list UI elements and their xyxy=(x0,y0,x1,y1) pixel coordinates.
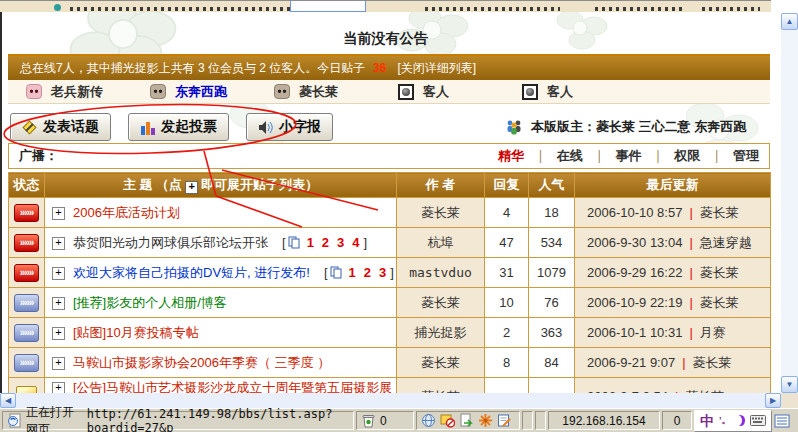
topic-title-cell: 马鞍山市摄影家协会2006年季赛（ 三季度 ） xyxy=(45,348,397,378)
topic-title-link[interactable]: [贴图]10月赛投稿专帖 xyxy=(73,325,199,340)
last-poster-link[interactable]: 急速穿越 xyxy=(700,235,752,250)
ime-language-bar[interactable]: 中 ’。 xyxy=(694,410,772,432)
globe-icon[interactable] xyxy=(421,413,436,428)
today-posts-count: 36 xyxy=(373,61,386,75)
online-user-name[interactable]: 老兵新传 xyxy=(51,83,103,101)
scroll-down-button[interactable]: ▼ xyxy=(781,376,798,393)
ime-logo-icon[interactable]: 中 xyxy=(700,414,714,428)
topic-title-link[interactable]: 2006年底活动计划 xyxy=(73,205,180,220)
nav-link-2[interactable]: 在线 xyxy=(557,147,583,165)
topic-author[interactable]: 杭埠 xyxy=(397,228,485,258)
topic-views: 363 xyxy=(529,318,575,348)
topic-update-cell: 2006-10-9 22:19菱长莱 xyxy=(575,288,771,318)
topic-row: [贴图]10月赛投稿专帖 捕光捉影 2 363 2006-10-1 10:31月… xyxy=(9,318,771,348)
topic-row: 恭贺阳光动力网球俱乐部论坛开张1234 杭埠 47 534 2006-9-30 … xyxy=(9,228,771,258)
topic-title-link[interactable]: 马鞍山市摄影家协会2006年季赛（ 三季度 ） xyxy=(73,355,330,370)
post-topic-button[interactable]: 发表话题 xyxy=(10,113,111,141)
page-forward-icon[interactable] xyxy=(459,413,474,428)
nav-link-1[interactable]: 精华 xyxy=(498,147,524,165)
online-user: 东奔西跑 xyxy=(150,83,274,101)
page-number-link[interactable]: 3 xyxy=(379,265,386,280)
topic-update-date: 2006-9-29 16:22 xyxy=(587,265,682,280)
start-vote-button[interactable]: 发起投票 xyxy=(128,113,229,141)
expand-topic-icon[interactable] xyxy=(52,357,65,370)
topic-update-cell: 2006-9-29 16:22菱长莱 xyxy=(575,258,771,288)
topic-title-link[interactable]: 欢迎大家将自己拍摄的DV短片, 进行发布! xyxy=(73,265,310,280)
scroll-right-button[interactable]: ▶ xyxy=(765,393,781,408)
header-title-prefix: 主 题 （点 xyxy=(123,177,182,192)
start-vote-label: 发起投票 xyxy=(161,118,217,136)
bar-chart-icon xyxy=(140,120,155,135)
scroll-left-button[interactable]: ◀ xyxy=(0,393,16,408)
keyboard-icon[interactable] xyxy=(750,415,766,426)
topic-update-date: 2006-10-9 22:19 xyxy=(587,295,682,310)
topic-status-cell xyxy=(9,288,45,318)
trash-bucket-icon[interactable] xyxy=(361,413,376,428)
topic-title-cell: 恭贺阳光动力网球俱乐部论坛开张1234 xyxy=(45,228,397,258)
online-user-name[interactable]: 菱长莱 xyxy=(299,83,338,101)
topic-title-link[interactable]: [推荐]影友的个人相册/博客 xyxy=(73,295,227,310)
expand-topic-icon[interactable] xyxy=(52,327,65,340)
edit-page-icon[interactable] xyxy=(497,413,512,428)
last-poster-link[interactable]: 菱长莱 xyxy=(700,265,739,280)
moderator-names[interactable]: 菱长莱 三心二意 东奔西跑 xyxy=(596,118,746,136)
topic-views: 18 xyxy=(529,198,575,228)
topic-author[interactable]: 菱长莱 xyxy=(397,288,485,318)
nav-link-3[interactable]: 事件 xyxy=(616,147,642,165)
guest-camera-icon xyxy=(522,84,538,100)
topic-author[interactable]: 菱长莱 xyxy=(397,198,485,228)
last-poster-link[interactable]: 菱长莱 xyxy=(693,355,732,370)
star-burst-icon[interactable] xyxy=(478,413,493,428)
ime-punctuation-icon[interactable]: ’。 xyxy=(719,414,731,427)
expand-topic-icon[interactable] xyxy=(52,297,65,310)
expand-topic-icon[interactable] xyxy=(52,237,65,250)
nav-link-4[interactable]: 权限 xyxy=(674,147,700,165)
trash-count: 0 xyxy=(380,414,387,428)
ime-fullwidth-moon-icon[interactable] xyxy=(736,415,745,426)
online-user-name[interactable]: 东奔西跑 xyxy=(175,83,227,101)
online-user-list: 老兵新传 东奔西跑 菱长莱 客人 客人 xyxy=(8,80,770,104)
popup-blocked-icon[interactable] xyxy=(440,413,455,428)
expand-topic-icon[interactable] xyxy=(52,207,65,220)
expand-box-icon xyxy=(185,181,198,194)
update-separator xyxy=(689,235,692,250)
topic-replies: 31 xyxy=(485,258,529,288)
online-stats-box: 总在线7人，其中捕光捉影上共有 3 位会员与 2 位客人。今日贴子 36 [关闭… xyxy=(8,54,770,104)
topic-replies: 8 xyxy=(485,348,529,378)
topic-status-cell xyxy=(9,348,45,378)
page-number-link[interactable]: 1 xyxy=(307,235,314,250)
pencil-diamond-icon xyxy=(22,120,37,135)
toolbar-menu-icon[interactable] xyxy=(774,414,790,428)
update-separator xyxy=(682,355,685,370)
last-poster-link[interactable]: 菱长莱 xyxy=(700,205,739,220)
online-user: 菱长莱 xyxy=(274,83,398,101)
topic-title-link[interactable]: 恭贺阳光动力网球俱乐部论坛开张 xyxy=(73,235,268,250)
page-number-link[interactable]: 2 xyxy=(322,235,329,250)
online-summary: 总在线7人，其中捕光捉影上共有 3 位会员与 2 位客人。今日贴子 xyxy=(20,61,365,75)
focused-input-box[interactable] xyxy=(290,0,366,12)
last-poster-link[interactable]: 月赛 xyxy=(700,325,726,340)
small-paper-button[interactable]: 小字报 xyxy=(246,113,333,141)
topic-replies: 10 xyxy=(485,288,529,318)
last-poster-link[interactable]: 菱长莱 xyxy=(700,295,739,310)
window-border xyxy=(0,12,2,393)
page-number-link[interactable]: 3 xyxy=(337,235,344,250)
page-number-link[interactable]: 4 xyxy=(352,235,359,250)
close-detail-link[interactable]: [关闭详细列表] xyxy=(397,61,476,75)
topic-author[interactable]: 菱长莱 xyxy=(397,348,485,378)
clipped-text xyxy=(702,7,760,11)
topic-status-icon xyxy=(14,264,39,282)
scroll-up-button[interactable]: ▲ xyxy=(781,13,798,30)
page-number-link[interactable]: 1 xyxy=(349,265,356,280)
small-paper-label: 小字报 xyxy=(279,118,321,136)
page-number-link[interactable]: 2 xyxy=(364,265,371,280)
update-separator xyxy=(689,205,692,220)
nav-link-5[interactable]: 管理 xyxy=(733,147,759,165)
moderator-label: 本版版主： xyxy=(531,118,596,136)
topic-author[interactable]: mastvduo xyxy=(397,258,485,288)
vertical-scrollbar[interactable]: ▲ ▼ xyxy=(781,13,798,393)
expand-topic-icon[interactable] xyxy=(52,267,65,280)
topic-author[interactable]: 捕光捉影 xyxy=(397,318,485,348)
right-count: 0 xyxy=(674,414,681,428)
update-separator xyxy=(689,295,692,310)
